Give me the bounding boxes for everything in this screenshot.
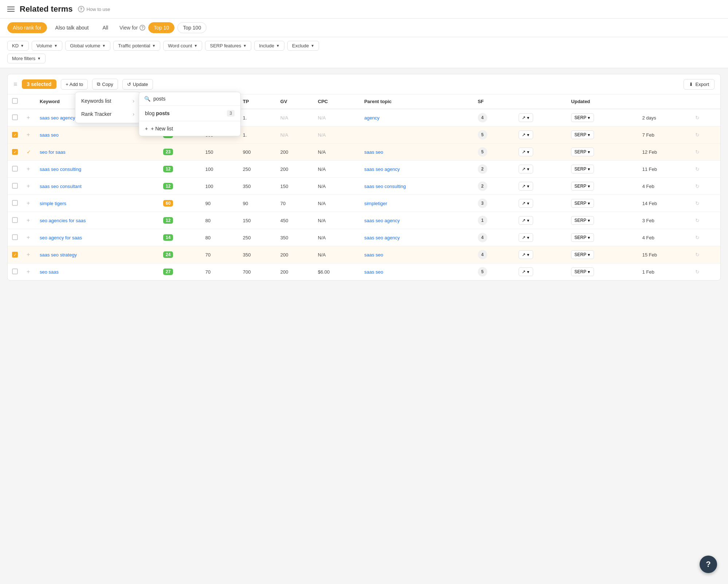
update-button[interactable]: ↺ Update [122, 79, 153, 90]
filter-kd[interactable]: KD ▼ [7, 41, 29, 51]
add-to-button[interactable]: + Add to [61, 79, 88, 90]
parent-link[interactable]: saas seo agency [364, 235, 400, 240]
keyword-cell: seo agency for saas [35, 229, 159, 246]
export-button[interactable]: ⬇ Export [684, 79, 715, 90]
parent-link[interactable]: agency [364, 115, 379, 121]
row-checkbox[interactable] [12, 269, 18, 274]
row-plus-icon[interactable]: + [27, 217, 30, 223]
parent-link[interactable]: saas seo [364, 269, 383, 275]
serp-button[interactable]: SERP ▼ [571, 165, 594, 173]
refresh-icon[interactable]: ↻ [695, 183, 700, 189]
tab-also-rank-for[interactable]: Also rank for [7, 22, 47, 33]
filter-more[interactable]: More filters ▼ [7, 54, 46, 63]
row-checkbox[interactable] [12, 217, 18, 223]
keyword-link[interactable]: saas seo consultant [40, 184, 82, 189]
keyword-link[interactable]: seo saas [40, 269, 59, 275]
filter-include[interactable]: Include ▼ [254, 41, 284, 51]
rank-button[interactable]: ↗ ▼ [519, 233, 533, 242]
keyword-link[interactable]: saas seo consulting [40, 166, 81, 172]
rank-button[interactable]: ↗ ▼ [519, 182, 533, 191]
keywords-list-option[interactable]: Keywords list › [75, 94, 140, 107]
row-checkbox[interactable] [12, 166, 18, 172]
keyword-link[interactable]: seo agencies for saas [40, 218, 86, 223]
filter-serp-features[interactable]: SERP features ▼ [205, 41, 251, 51]
parent-link[interactable]: saas seo consulting [364, 184, 406, 189]
refresh-icon[interactable]: ↻ [695, 115, 700, 121]
search-result-blog-posts[interactable]: blog posts 3 [139, 106, 240, 121]
rank-button[interactable]: ↗ ▼ [519, 113, 533, 122]
rank-button[interactable]: ↗ ▼ [519, 199, 533, 208]
parent-link[interactable]: saas seo [364, 252, 383, 258]
row-plus-icon[interactable]: + [27, 183, 30, 189]
refresh-icon[interactable]: ↻ [695, 269, 700, 275]
keyword-link[interactable]: simple tigers [40, 201, 66, 206]
parent-link[interactable]: simpletiger [364, 201, 387, 206]
date-cell: 15 Feb [638, 246, 690, 263]
refresh-icon[interactable]: ↻ [695, 166, 700, 172]
serp-button[interactable]: SERP ▼ [571, 130, 594, 139]
row-checkbox[interactable] [12, 132, 18, 138]
filter-volume[interactable]: Volume ▼ [32, 41, 62, 51]
serp-button[interactable]: SERP ▼ [571, 199, 594, 208]
rank-button[interactable]: ↗ ▼ [519, 148, 533, 156]
filter-traffic-potential[interactable]: Traffic potential ▼ [113, 41, 160, 51]
filter-global-volume[interactable]: Global volume ▼ [65, 41, 110, 51]
top-100-button[interactable]: Top 100 [177, 22, 206, 33]
row-plus-icon[interactable]: + [27, 166, 30, 172]
refresh-icon[interactable]: ↻ [695, 132, 700, 138]
rank-button[interactable]: ↗ ▼ [519, 165, 533, 173]
new-list-option[interactable]: + + New list [139, 121, 240, 136]
view-for-help-icon[interactable]: ? [139, 25, 145, 31]
select-all-checkbox[interactable] [12, 98, 18, 104]
serp-button[interactable]: SERP ▼ [571, 216, 594, 225]
row-plus-icon[interactable]: + [27, 269, 30, 275]
rank-button[interactable]: ↗ ▼ [519, 216, 533, 225]
top-10-button[interactable]: Top 10 [148, 22, 174, 33]
serp-button[interactable]: SERP ▼ [571, 267, 594, 276]
keyword-link[interactable]: seo for saas [40, 149, 66, 155]
rank-button[interactable]: ↗ ▼ [519, 250, 533, 259]
row-checkbox[interactable] [12, 114, 18, 120]
parent-link[interactable]: saas seo agency [364, 218, 400, 223]
row-checkbox[interactable] [12, 183, 18, 189]
how-to-use-link[interactable]: ? How to use [78, 6, 110, 12]
rank-tracker-option[interactable]: Rank Tracker › [75, 107, 140, 121]
search-input[interactable] [153, 96, 235, 102]
parent-link[interactable]: saas seo [364, 149, 383, 155]
serp-button[interactable]: SERP ▼ [571, 113, 594, 122]
keyword-link[interactable]: saas seo agency [40, 115, 75, 121]
row-checkbox[interactable] [12, 234, 18, 240]
row-plus-icon[interactable]: + [27, 200, 30, 206]
refresh-icon[interactable]: ↻ [695, 217, 700, 223]
row-checkbox[interactable] [12, 200, 18, 206]
parent-link[interactable]: saas seo agency [364, 166, 400, 172]
refresh-icon[interactable]: ↻ [695, 149, 700, 155]
filter-exclude[interactable]: Exclude ▼ [287, 41, 319, 51]
hamburger-menu[interactable] [7, 7, 15, 12]
row-plus-icon[interactable]: + [27, 251, 30, 258]
tab-also-talk-about[interactable]: Also talk about [50, 22, 94, 33]
rank-button[interactable]: ↗ ▼ [519, 130, 533, 139]
keyword-link[interactable]: saas seo strategy [40, 252, 77, 258]
tab-all[interactable]: All [97, 22, 114, 33]
row-checkbox[interactable] [12, 252, 18, 258]
rank-button[interactable]: ↗ ▼ [519, 267, 533, 276]
row-plus-icon[interactable]: + [27, 132, 30, 138]
row-checkbox[interactable] [12, 149, 18, 155]
serp-button[interactable]: SERP ▼ [571, 148, 594, 156]
row-plus-icon[interactable]: + [27, 114, 30, 121]
updated-cell: SERP ▼ [567, 212, 638, 229]
keyword-link[interactable]: saas seo [40, 132, 59, 138]
serp-button[interactable]: SERP ▼ [571, 250, 594, 259]
keyword-link[interactable]: seo agency for saas [40, 235, 82, 240]
refresh-icon[interactable]: ↻ [695, 200, 700, 206]
filter-word-count[interactable]: Word count ▼ [163, 41, 202, 51]
kd-badge: 14 [163, 234, 173, 241]
serp-button[interactable]: SERP ▼ [571, 233, 594, 242]
refresh-icon[interactable]: ↻ [695, 252, 700, 258]
selected-badge[interactable]: 3 selected [22, 79, 57, 89]
serp-button[interactable]: SERP ▼ [571, 182, 594, 191]
copy-button[interactable]: ⧉ Copy [92, 79, 118, 90]
row-plus-icon[interactable]: + [27, 234, 30, 240]
refresh-icon[interactable]: ↻ [695, 235, 700, 240]
